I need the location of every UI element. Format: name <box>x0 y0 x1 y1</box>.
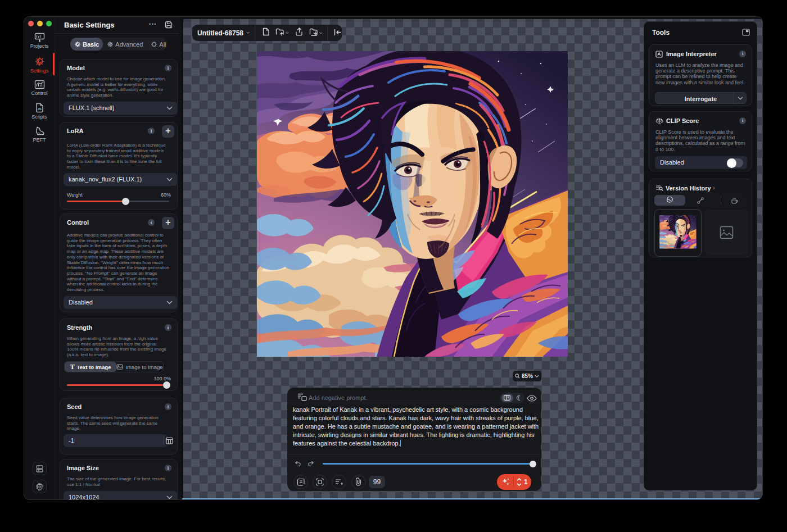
svg-text:JS: JS <box>37 107 41 111</box>
